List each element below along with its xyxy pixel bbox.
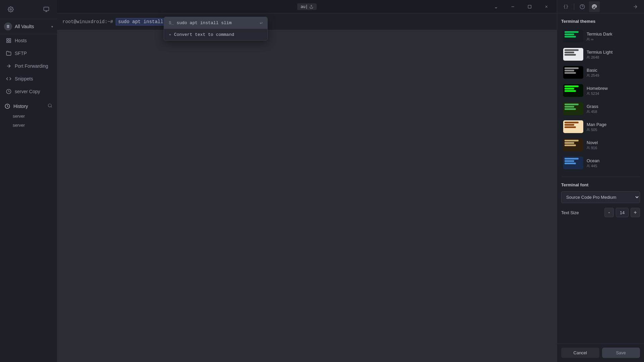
svg-point-24 [587, 38, 588, 39]
cancel-button[interactable]: Cancel [561, 348, 599, 358]
help-tab-btn[interactable] [577, 1, 588, 12]
autocomplete-label-0: sudo apt install slim [177, 20, 232, 25]
history-item-0[interactable]: server [0, 112, 57, 121]
main-area: au| ⌄ root@winuxdroid:~# sudo apt instal… [57, 0, 557, 362]
svg-point-31 [587, 165, 588, 166]
theme-item-basic[interactable]: Basic 2549 [561, 64, 640, 81]
theme-preview-termius-light [563, 48, 583, 61]
svg-point-27 [587, 92, 588, 93]
right-panel: {} Terminal th [557, 0, 644, 362]
sidebar-top-row [0, 0, 57, 19]
svg-rect-7 [9, 41, 11, 43]
svg-point-28 [587, 110, 588, 111]
theme-item-man-page[interactable]: Man Page 505 [561, 118, 640, 135]
autocomplete-item-0[interactable]: $_ sudo apt install slim ↩ [164, 17, 267, 29]
sidebar: All Vaults ▾ Hosts SFTP Port Forwarding … [0, 0, 57, 362]
svg-point-30 [587, 146, 588, 147]
all-vaults-selector[interactable]: All Vaults ▾ [0, 19, 57, 34]
theme-item-termius-dark[interactable]: Termius Dark ∞ [561, 28, 640, 45]
svg-point-25 [587, 56, 588, 57]
sidebar-item-snippets[interactable]: Snippets [1, 73, 56, 85]
port-forwarding-label: Port Forwarding [15, 63, 48, 69]
terminal-header: root@winuxdroid:~# sudo apt install slim [57, 13, 557, 30]
tab-label: au| [301, 4, 308, 9]
svg-rect-4 [7, 39, 8, 40]
sidebar-item-server-copy[interactable]: server Copy [1, 85, 56, 98]
minimize-btn[interactable] [505, 0, 521, 13]
magic-icon: ✦ [169, 32, 171, 37]
all-vaults-label: All Vaults [15, 24, 49, 29]
svg-point-0 [10, 9, 12, 10]
autocomplete-item-1[interactable]: ✦ Convert text to command [164, 29, 267, 40]
text-size-row: Text Size - 14 + [561, 208, 640, 217]
theme-preview-termius-dark [563, 30, 583, 43]
theme-count-3: 5234 [587, 92, 608, 96]
theme-count-6: 916 [587, 146, 598, 150]
save-button[interactable]: Save [602, 348, 640, 358]
code-tab-btn[interactable]: {} [560, 1, 571, 12]
theme-count-0: ∞ [587, 37, 612, 41]
theme-name-7: Ocean [587, 158, 599, 163]
theme-name-0: Termius Dark [587, 32, 612, 37]
history-header[interactable]: History [0, 101, 57, 112]
sidebar-item-sftp[interactable]: SFTP [1, 47, 56, 59]
svg-rect-1 [44, 7, 49, 11]
monitor-icon-btn[interactable] [41, 4, 52, 15]
size-controls: - 14 + [604, 208, 640, 217]
history-search-icon[interactable] [48, 103, 52, 109]
theme-preview-basic [563, 66, 583, 79]
theme-preview-homebrew [563, 84, 583, 97]
themes-tab-btn[interactable] [589, 1, 600, 12]
snippets-label: Snippets [15, 76, 33, 81]
sidebar-item-port-forwarding[interactable]: Port Forwarding [1, 60, 56, 72]
maximize-btn[interactable] [522, 0, 537, 13]
history-item-1[interactable]: server [0, 121, 57, 130]
chevron-down-icon: ▾ [51, 25, 53, 28]
settings-icon-btn[interactable] [5, 4, 16, 15]
theme-preview-novel [563, 138, 583, 151]
server-copy-label: server Copy [15, 89, 40, 94]
terminal-prompt: root@winuxdroid:~# [62, 19, 113, 24]
history-label: History [13, 104, 28, 109]
forward-arrow-btn[interactable] [630, 1, 641, 12]
sidebar-item-hosts[interactable]: Hosts [1, 35, 56, 47]
hosts-label: Hosts [15, 38, 27, 43]
theme-count-2: 2549 [587, 73, 599, 77]
text-size-value: 14 [616, 208, 629, 217]
themes-section-title: Terminal themes [561, 19, 640, 24]
decrease-size-btn[interactable]: - [604, 208, 614, 217]
theme-item-homebrew[interactable]: Homebrew 5234 [561, 82, 640, 99]
terminal-body[interactable] [57, 30, 557, 362]
font-section-title: Terminal font [561, 182, 640, 187]
theme-item-novel[interactable]: Novel 916 [561, 136, 640, 153]
theme-name-3: Homebrew [587, 86, 608, 91]
theme-name-6: Novel [587, 140, 598, 145]
theme-count-7: 445 [587, 164, 599, 168]
terminal-tab[interactable]: au| [297, 3, 317, 10]
chevron-down-btn[interactable]: ⌄ [488, 0, 504, 13]
theme-preview-grass [563, 102, 583, 115]
svg-rect-6 [7, 41, 8, 43]
svg-point-10 [48, 104, 51, 107]
increase-size-btn[interactable]: + [631, 208, 640, 217]
theme-preview-man-page [563, 120, 583, 133]
svg-rect-14 [528, 5, 531, 8]
svg-point-20 [595, 6, 596, 7]
share-icon [309, 5, 313, 9]
theme-item-termius-light[interactable]: Termius Light 2648 [561, 46, 640, 63]
theme-name-4: Grass [587, 104, 598, 109]
font-section: Terminal font Source Code Pro Medium Tex… [561, 177, 640, 217]
theme-name-2: Basic [587, 68, 599, 73]
theme-item-ocean[interactable]: Ocean 445 [561, 155, 640, 171]
theme-name-1: Termius Light [587, 50, 612, 55]
font-select[interactable]: Source Code Pro Medium [561, 191, 640, 203]
theme-count-4: 458 [587, 110, 598, 114]
autocomplete-dropdown: $_ sudo apt install slim ↩ ✦ Convert tex… [164, 17, 268, 41]
svg-rect-13 [512, 6, 514, 7]
panel-separator [574, 3, 574, 10]
svg-rect-5 [9, 39, 11, 40]
command-icon: $_ [169, 20, 174, 25]
enter-icon: ↩ [260, 20, 263, 26]
theme-item-grass[interactable]: Grass 458 [561, 100, 640, 117]
close-btn[interactable] [539, 0, 554, 13]
